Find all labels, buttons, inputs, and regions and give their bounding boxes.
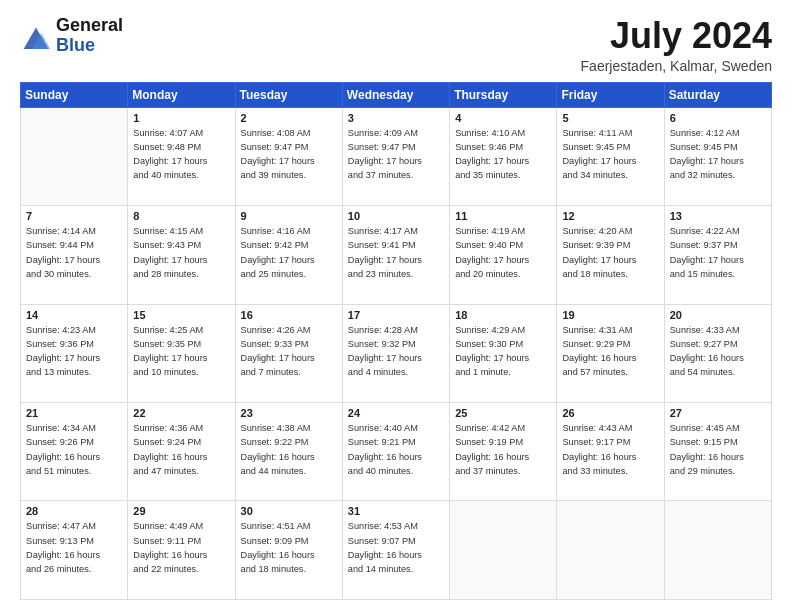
table-row: 28Sunrise: 4:47 AM Sunset: 9:13 PM Dayli… (21, 501, 128, 600)
day-info: Sunrise: 4:11 AM Sunset: 9:45 PM Dayligh… (562, 126, 658, 183)
day-number: 7 (26, 210, 122, 222)
day-info: Sunrise: 4:08 AM Sunset: 9:47 PM Dayligh… (241, 126, 337, 183)
day-info: Sunrise: 4:53 AM Sunset: 9:07 PM Dayligh… (348, 519, 444, 576)
table-row (21, 107, 128, 205)
header-monday: Monday (128, 82, 235, 107)
table-row: 31Sunrise: 4:53 AM Sunset: 9:07 PM Dayli… (342, 501, 449, 600)
day-number: 25 (455, 407, 551, 419)
table-row: 1Sunrise: 4:07 AM Sunset: 9:48 PM Daylig… (128, 107, 235, 205)
day-info: Sunrise: 4:09 AM Sunset: 9:47 PM Dayligh… (348, 126, 444, 183)
day-info: Sunrise: 4:29 AM Sunset: 9:30 PM Dayligh… (455, 323, 551, 380)
day-number: 23 (241, 407, 337, 419)
table-row: 7Sunrise: 4:14 AM Sunset: 9:44 PM Daylig… (21, 206, 128, 304)
table-row (664, 501, 771, 600)
day-number: 14 (26, 309, 122, 321)
header-tuesday: Tuesday (235, 82, 342, 107)
day-number: 15 (133, 309, 229, 321)
day-info: Sunrise: 4:40 AM Sunset: 9:21 PM Dayligh… (348, 421, 444, 478)
day-number: 21 (26, 407, 122, 419)
table-row: 25Sunrise: 4:42 AM Sunset: 9:19 PM Dayli… (450, 403, 557, 501)
day-number: 3 (348, 112, 444, 124)
day-number: 22 (133, 407, 229, 419)
day-number: 18 (455, 309, 551, 321)
day-info: Sunrise: 4:42 AM Sunset: 9:19 PM Dayligh… (455, 421, 551, 478)
table-row: 5Sunrise: 4:11 AM Sunset: 9:45 PM Daylig… (557, 107, 664, 205)
table-row: 29Sunrise: 4:49 AM Sunset: 9:11 PM Dayli… (128, 501, 235, 600)
logo-icon (20, 24, 52, 56)
day-info: Sunrise: 4:34 AM Sunset: 9:26 PM Dayligh… (26, 421, 122, 478)
table-row: 22Sunrise: 4:36 AM Sunset: 9:24 PM Dayli… (128, 403, 235, 501)
table-row: 9Sunrise: 4:16 AM Sunset: 9:42 PM Daylig… (235, 206, 342, 304)
logo-blue: Blue (56, 36, 123, 56)
table-row: 26Sunrise: 4:43 AM Sunset: 9:17 PM Dayli… (557, 403, 664, 501)
logo-text: General Blue (56, 16, 123, 56)
table-row: 4Sunrise: 4:10 AM Sunset: 9:46 PM Daylig… (450, 107, 557, 205)
day-number: 9 (241, 210, 337, 222)
table-row: 18Sunrise: 4:29 AM Sunset: 9:30 PM Dayli… (450, 304, 557, 402)
table-row: 15Sunrise: 4:25 AM Sunset: 9:35 PM Dayli… (128, 304, 235, 402)
day-number: 13 (670, 210, 766, 222)
day-number: 24 (348, 407, 444, 419)
month-year: July 2024 (581, 16, 772, 56)
day-info: Sunrise: 4:47 AM Sunset: 9:13 PM Dayligh… (26, 519, 122, 576)
day-info: Sunrise: 4:31 AM Sunset: 9:29 PM Dayligh… (562, 323, 658, 380)
day-info: Sunrise: 4:19 AM Sunset: 9:40 PM Dayligh… (455, 224, 551, 281)
table-row: 20Sunrise: 4:33 AM Sunset: 9:27 PM Dayli… (664, 304, 771, 402)
day-info: Sunrise: 4:43 AM Sunset: 9:17 PM Dayligh… (562, 421, 658, 478)
day-info: Sunrise: 4:36 AM Sunset: 9:24 PM Dayligh… (133, 421, 229, 478)
day-info: Sunrise: 4:51 AM Sunset: 9:09 PM Dayligh… (241, 519, 337, 576)
day-number: 29 (133, 505, 229, 517)
day-info: Sunrise: 4:33 AM Sunset: 9:27 PM Dayligh… (670, 323, 766, 380)
day-number: 17 (348, 309, 444, 321)
day-number: 31 (348, 505, 444, 517)
day-info: Sunrise: 4:49 AM Sunset: 9:11 PM Dayligh… (133, 519, 229, 576)
day-info: Sunrise: 4:17 AM Sunset: 9:41 PM Dayligh… (348, 224, 444, 281)
day-number: 8 (133, 210, 229, 222)
header-friday: Friday (557, 82, 664, 107)
day-number: 16 (241, 309, 337, 321)
day-info: Sunrise: 4:26 AM Sunset: 9:33 PM Dayligh… (241, 323, 337, 380)
table-row: 24Sunrise: 4:40 AM Sunset: 9:21 PM Dayli… (342, 403, 449, 501)
logo: General Blue (20, 16, 123, 56)
table-row: 3Sunrise: 4:09 AM Sunset: 9:47 PM Daylig… (342, 107, 449, 205)
day-number: 19 (562, 309, 658, 321)
logo-general: General (56, 16, 123, 36)
calendar-week-row: 1Sunrise: 4:07 AM Sunset: 9:48 PM Daylig… (21, 107, 772, 205)
calendar-week-row: 14Sunrise: 4:23 AM Sunset: 9:36 PM Dayli… (21, 304, 772, 402)
table-row: 2Sunrise: 4:08 AM Sunset: 9:47 PM Daylig… (235, 107, 342, 205)
day-number: 28 (26, 505, 122, 517)
header-thursday: Thursday (450, 82, 557, 107)
header-sunday: Sunday (21, 82, 128, 107)
table-row: 10Sunrise: 4:17 AM Sunset: 9:41 PM Dayli… (342, 206, 449, 304)
day-number: 30 (241, 505, 337, 517)
calendar-week-row: 7Sunrise: 4:14 AM Sunset: 9:44 PM Daylig… (21, 206, 772, 304)
day-info: Sunrise: 4:45 AM Sunset: 9:15 PM Dayligh… (670, 421, 766, 478)
header-wednesday: Wednesday (342, 82, 449, 107)
location: Faerjestaden, Kalmar, Sweden (581, 58, 772, 74)
day-info: Sunrise: 4:12 AM Sunset: 9:45 PM Dayligh… (670, 126, 766, 183)
day-info: Sunrise: 4:38 AM Sunset: 9:22 PM Dayligh… (241, 421, 337, 478)
calendar: Sunday Monday Tuesday Wednesday Thursday… (20, 82, 772, 600)
page: General Blue July 2024 Faerjestaden, Kal… (0, 0, 792, 612)
header: General Blue July 2024 Faerjestaden, Kal… (20, 16, 772, 74)
table-row: 27Sunrise: 4:45 AM Sunset: 9:15 PM Dayli… (664, 403, 771, 501)
weekday-header-row: Sunday Monday Tuesday Wednesday Thursday… (21, 82, 772, 107)
day-info: Sunrise: 4:16 AM Sunset: 9:42 PM Dayligh… (241, 224, 337, 281)
table-row: 16Sunrise: 4:26 AM Sunset: 9:33 PM Dayli… (235, 304, 342, 402)
day-number: 1 (133, 112, 229, 124)
title-block: July 2024 Faerjestaden, Kalmar, Sweden (581, 16, 772, 74)
day-info: Sunrise: 4:10 AM Sunset: 9:46 PM Dayligh… (455, 126, 551, 183)
day-number: 26 (562, 407, 658, 419)
table-row: 11Sunrise: 4:19 AM Sunset: 9:40 PM Dayli… (450, 206, 557, 304)
table-row: 8Sunrise: 4:15 AM Sunset: 9:43 PM Daylig… (128, 206, 235, 304)
table-row (557, 501, 664, 600)
day-number: 2 (241, 112, 337, 124)
table-row: 12Sunrise: 4:20 AM Sunset: 9:39 PM Dayli… (557, 206, 664, 304)
day-number: 11 (455, 210, 551, 222)
day-info: Sunrise: 4:28 AM Sunset: 9:32 PM Dayligh… (348, 323, 444, 380)
day-number: 6 (670, 112, 766, 124)
table-row (450, 501, 557, 600)
day-number: 5 (562, 112, 658, 124)
table-row: 13Sunrise: 4:22 AM Sunset: 9:37 PM Dayli… (664, 206, 771, 304)
day-info: Sunrise: 4:07 AM Sunset: 9:48 PM Dayligh… (133, 126, 229, 183)
